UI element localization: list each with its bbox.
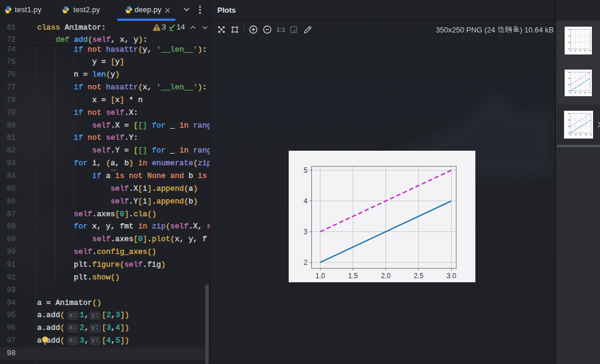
svg-text:3: 3 xyxy=(304,228,308,236)
svg-text:2.0: 2.0 xyxy=(381,272,391,280)
svg-text:2: 2 xyxy=(304,259,308,267)
svg-text:14: 14 xyxy=(177,23,185,31)
svg-text:5: 5 xyxy=(304,166,308,174)
svg-text:1.5: 1.5 xyxy=(348,272,358,280)
svg-text:1.0: 1.0 xyxy=(315,272,325,280)
svg-text:2.5: 2.5 xyxy=(414,272,424,280)
svg-text:1:1: 1:1 xyxy=(277,26,285,33)
svg-text:3: 3 xyxy=(162,23,166,31)
svg-text:4: 4 xyxy=(304,197,308,205)
svg-text:3.0: 3.0 xyxy=(446,272,456,280)
